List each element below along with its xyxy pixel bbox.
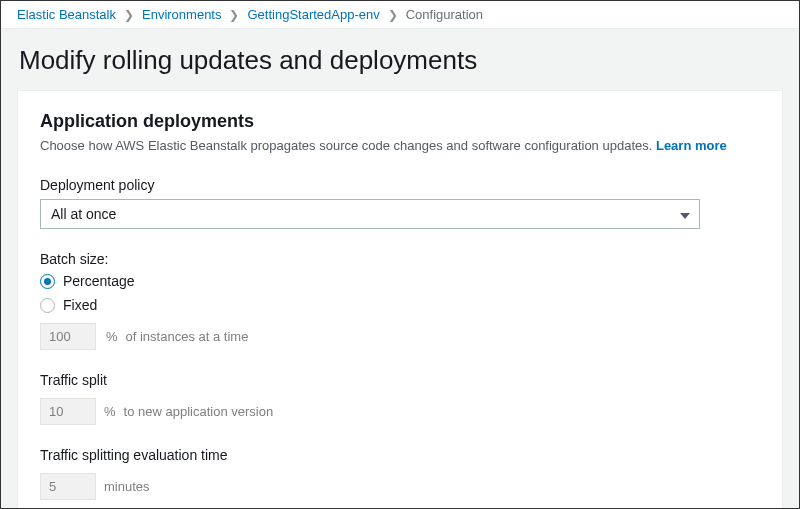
batch-size-input-row: 100 ▲▼ % of instances at a time — [40, 323, 760, 350]
batch-size-field: Batch size: Percentage Fixed 100 ▲▼ % of… — [40, 251, 760, 350]
deployment-policy-field: Deployment policy All at once — [40, 177, 760, 229]
radio-checked-icon[interactable] — [40, 274, 55, 289]
evaluation-time-field: Traffic splitting evaluation time 5 minu… — [40, 447, 760, 500]
batch-size-suffix: % — [106, 329, 118, 344]
breadcrumb-link-beanstalk[interactable]: Elastic Beanstalk — [17, 7, 116, 22]
deployment-policy-label: Deployment policy — [40, 177, 760, 193]
batch-size-fixed-option[interactable]: Fixed — [40, 297, 760, 313]
radio-unchecked-icon[interactable] — [40, 298, 55, 313]
breadcrumb-link-environments[interactable]: Environments — [142, 7, 221, 22]
application-deployments-panel: Application deployments Choose how AWS E… — [17, 90, 783, 509]
traffic-split-input-row: 10 % to new application version — [40, 398, 760, 425]
chevron-right-icon: ❯ — [388, 8, 398, 22]
evaluation-time-input[interactable]: 5 — [40, 473, 96, 500]
learn-more-link[interactable]: Learn more — [656, 138, 727, 153]
evaluation-time-hint: minutes — [104, 479, 150, 494]
chevron-right-icon: ❯ — [229, 8, 239, 22]
traffic-split-suffix: % — [104, 404, 116, 419]
traffic-split-label: Traffic split — [40, 372, 760, 388]
batch-size-fixed-label: Fixed — [63, 297, 97, 313]
panel-description-text: Choose how AWS Elastic Beanstalk propaga… — [40, 138, 656, 153]
breadcrumb-current: Configuration — [406, 7, 483, 22]
batch-size-hint: of instances at a time — [126, 329, 249, 344]
panel-description: Choose how AWS Elastic Beanstalk propaga… — [40, 138, 760, 153]
evaluation-time-input-row: 5 minutes — [40, 473, 760, 500]
evaluation-time-label: Traffic splitting evaluation time — [40, 447, 760, 463]
batch-size-input[interactable]: 100 — [40, 323, 96, 350]
batch-size-percentage-label: Percentage — [63, 273, 135, 289]
batch-size-percentage-option[interactable]: Percentage — [40, 273, 760, 289]
batch-size-label: Batch size: — [40, 251, 760, 267]
page-header: Modify rolling updates and deployments — [1, 29, 799, 90]
traffic-split-field: Traffic split 10 % to new application ve… — [40, 372, 760, 425]
deployment-policy-select[interactable]: All at once — [40, 199, 700, 229]
deployment-policy-value[interactable]: All at once — [40, 199, 700, 229]
chevron-right-icon: ❯ — [124, 8, 134, 22]
breadcrumb: Elastic Beanstalk ❯ Environments ❯ Getti… — [1, 1, 799, 29]
breadcrumb-link-env[interactable]: GettingStartedApp-env — [247, 7, 379, 22]
traffic-split-hint: to new application version — [124, 404, 274, 419]
panel-heading: Application deployments — [40, 111, 760, 132]
traffic-split-input[interactable]: 10 — [40, 398, 96, 425]
page-title: Modify rolling updates and deployments — [19, 45, 781, 76]
